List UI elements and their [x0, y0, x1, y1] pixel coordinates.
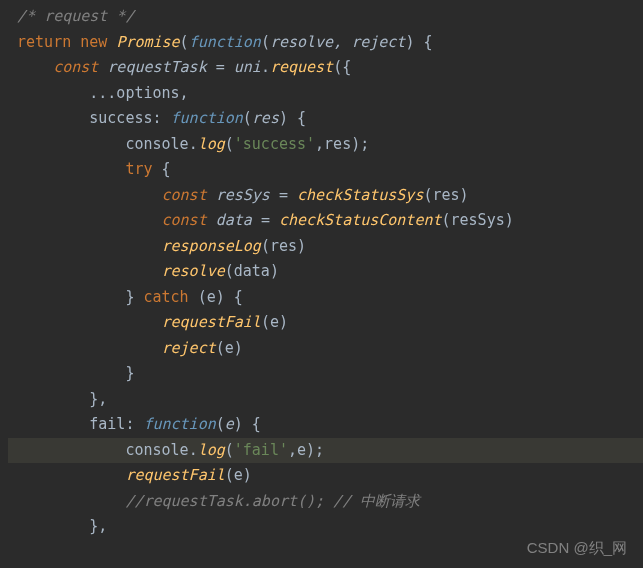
code-line: }, — [8, 387, 643, 413]
code-line: }, — [8, 514, 643, 540]
code-line: requestFail(e) — [8, 310, 643, 336]
code-line: reject(e) — [8, 336, 643, 362]
code-line: responseLog(res) — [8, 234, 643, 260]
code-line: } — [8, 361, 643, 387]
code-line: } catch (e) { — [8, 285, 643, 311]
code-line: //requestTask.abort(); // 中断请求 — [8, 489, 643, 515]
code-line: try { — [8, 157, 643, 183]
code-editor[interactable]: /* request */ return new Promise(functio… — [0, 4, 643, 540]
code-line: /* request */ — [8, 4, 643, 30]
code-line: const data = checkStatusContent(resSys) — [8, 208, 643, 234]
code-line: resolve(data) — [8, 259, 643, 285]
code-line: return new Promise(function(resolve, rej… — [8, 30, 643, 56]
code-line: console.log('success',res); — [8, 132, 643, 158]
code-line: fail: function(e) { — [8, 412, 643, 438]
code-line: const resSys = checkStatusSys(res) — [8, 183, 643, 209]
code-line-highlighted: console.log('fail',e); — [8, 438, 643, 464]
code-line: ...options, — [8, 81, 643, 107]
comment: /* request */ — [17, 7, 134, 25]
code-line: requestFail(e) — [8, 463, 643, 489]
code-line: const requestTask = uni.request({ — [8, 55, 643, 81]
code-line: success: function(res) { — [8, 106, 643, 132]
